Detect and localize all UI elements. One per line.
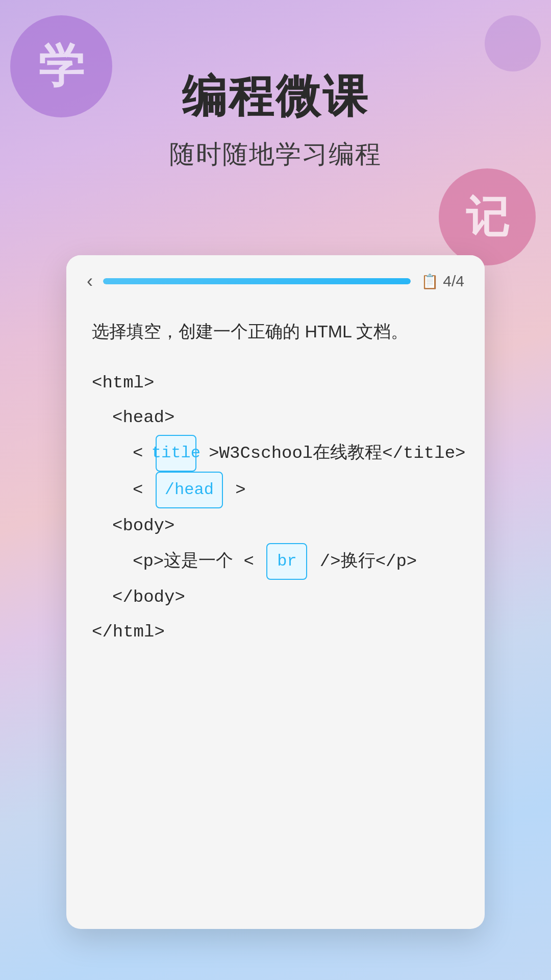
title-rest: >W3Cschool在线教程</title>: [198, 436, 466, 471]
code-line-head-open: <head>: [92, 400, 459, 435]
p-start: <p>这是一个 <: [133, 544, 264, 579]
sub-title: 随时随地学习编程: [0, 137, 551, 172]
code-line-head-close: < /head >: [92, 472, 459, 508]
card-top-bar: ‹ 📋 4/4: [66, 255, 485, 302]
code-line-body-open: <body>: [92, 508, 459, 543]
main-title: 编程微课: [0, 66, 551, 127]
lt-bracket-1: <: [133, 436, 154, 471]
title-blank[interactable]: title: [156, 435, 196, 472]
header-section: 编程微课 随时随地学习编程: [0, 66, 551, 172]
circle-ji: 记: [439, 168, 536, 265]
head-close-blank[interactable]: /head: [156, 472, 223, 508]
card-content: 选择填空，创建一个正确的 HTML 文档。 <html> <head> < ti…: [66, 302, 485, 665]
code-line-html-close: </html>: [92, 615, 459, 649]
head-open-tag: <head>: [112, 400, 174, 435]
page-number: 4/4: [443, 273, 464, 290]
calendar-icon: 📋: [421, 273, 439, 290]
code-line-p: <p>这是一个 < br />换行</p>: [92, 543, 459, 580]
lt-bracket-2: <: [133, 473, 154, 507]
code-line-html-open: <html>: [92, 365, 459, 400]
circle-small-top-right: [485, 15, 541, 71]
head-close-rest: >: [225, 473, 246, 507]
progress-bar-container: [103, 278, 411, 284]
code-line-title: < title >W3Cschool在线教程</title>: [92, 435, 459, 472]
page-indicator: 📋 4/4: [421, 273, 464, 290]
code-line-body-close: </body>: [92, 580, 459, 615]
body-close-tag: </body>: [112, 580, 185, 615]
card-container: ‹ 📋 4/4 选择填空，创建一个正确的 HTML 文档。 <html> <he…: [66, 255, 485, 929]
p-end: />换行</p>: [309, 544, 417, 579]
back-button[interactable]: ‹: [87, 271, 93, 292]
ji-char: 记: [466, 188, 509, 247]
body-open-tag: <body>: [112, 508, 174, 543]
html-close-tag: </html>: [92, 615, 165, 649]
br-blank[interactable]: br: [266, 543, 307, 580]
question-text: 选择填空，创建一个正确的 HTML 文档。: [92, 317, 459, 345]
code-block: <html> <head> < title >W3Cschool在线教程</ti…: [92, 365, 459, 649]
progress-bar-fill: [103, 278, 411, 284]
html-open-tag: <html>: [92, 365, 154, 400]
